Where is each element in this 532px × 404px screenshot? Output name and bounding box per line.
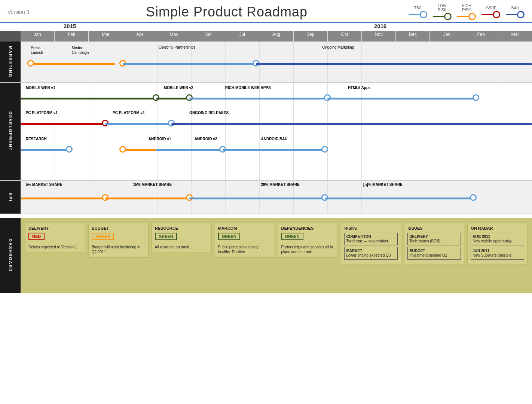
development-content: MOBILE WEB v1 MOBILE WEB v2 RICH MOBILE … xyxy=(21,83,532,180)
bar-5pct xyxy=(21,198,105,199)
bar-npct xyxy=(325,198,473,199)
chart-area: 2015 2016 Jan Feb Mar Apr May Jun Jul Au… xyxy=(0,23,532,214)
label-android-bau: ANDROID BAU xyxy=(261,137,287,141)
label-ongoing-marketing: Ongoing Marketing xyxy=(322,45,354,49)
legend-issue: ISSUE xyxy=(481,6,500,18)
dash-onradar-title: ON RADAR xyxy=(471,226,524,230)
dash-budget: BUDGET AMBER Budget will need bolstering… xyxy=(88,223,149,258)
dash-risks-sub1-title: COMPETITOR xyxy=(346,235,396,239)
label-npct: [n]% MARKET SHARE xyxy=(363,183,403,187)
bar-marketing-1 xyxy=(31,63,115,65)
dash-delivery-status-wrap: RED xyxy=(28,233,82,242)
dash-resource-text: All resource on track. xyxy=(155,245,208,250)
month-sep: Sep xyxy=(293,31,327,42)
dash-dependencies-status: GREEN xyxy=(281,233,303,240)
legend-issue-line xyxy=(481,14,493,15)
month-mar2016: Mar xyxy=(498,31,532,42)
label-html5-apps: HTML5 Apps xyxy=(348,86,371,90)
dash-marcom-title: MARCOM xyxy=(218,226,272,230)
dash-marcom-text: Public perception is very healthy. Posit… xyxy=(218,245,272,254)
node-npct xyxy=(470,194,477,201)
month-apr: Apr xyxy=(123,31,157,42)
version-label: Version 3 xyxy=(7,9,45,15)
dashboard-content: DELIVERY RED Delays expected to Version … xyxy=(21,218,532,293)
label-pc-v2: PC PLATFORM v2 xyxy=(113,111,144,115)
dash-budget-title: BUDGET xyxy=(92,226,145,230)
dash-delivery-title: DELIVERY xyxy=(28,226,82,230)
dash-risks-sub-2: MARKET Lower pricing expected Q3 xyxy=(344,247,398,260)
bar-rich-mobile xyxy=(189,98,327,100)
month-aug: Aug xyxy=(259,31,293,42)
dash-issues-sub-2: BUDGET Investment needed Q2 xyxy=(407,247,461,260)
marketing-grid xyxy=(21,42,532,82)
month-dec: Dec xyxy=(395,31,429,42)
month-may: May xyxy=(157,31,191,42)
label-press-launch: PressLaunch xyxy=(31,45,43,55)
bar-android-v1 xyxy=(123,149,156,151)
label-mobile-web-v2: MOBILE WEB v2 xyxy=(164,86,193,90)
header: Version 3 Simple Product Roadmap TBC LOW… xyxy=(0,0,532,23)
dash-issues: ISSUES DELIVERY Tech issues (BOB) BUDGET… xyxy=(404,223,464,265)
month-jul: Jul xyxy=(225,31,259,42)
label-android-v1: ANDROID v1 xyxy=(149,137,171,141)
legend-bau-line xyxy=(506,14,517,15)
dash-onradar-sub2-text: New Suppliers possible. xyxy=(473,253,522,258)
bar-html5 xyxy=(327,98,476,100)
dash-dependencies-text: Partnerships and services all in place a… xyxy=(281,245,335,254)
node-press-launch xyxy=(27,60,34,67)
month-oct: Oct xyxy=(327,31,361,42)
legend-tbc: TBC xyxy=(409,6,427,18)
label-15pct: 15% MARKET SHARE xyxy=(133,183,172,187)
marketing-content: PressLaunch MediaCampaign Celebrity Part… xyxy=(21,42,532,82)
label-5pct: 5% MARKET SHARE xyxy=(26,183,62,187)
bar-marketing-3 xyxy=(256,63,532,65)
dash-issues-sub1-text: Tech issues (BOB) xyxy=(409,239,459,244)
month-jan: Jan xyxy=(21,31,54,42)
dash-risks-sub2-text: Lower pricing expected Q3 xyxy=(346,253,396,258)
year-2016: 2016 xyxy=(374,23,386,29)
dash-budget-text: Budget will need bolstering in Q2 2011 xyxy=(92,245,145,254)
legend: TBC LOWRISK HIGHRISK ISSUE xyxy=(409,4,525,20)
node-android-v1 xyxy=(119,146,126,153)
bar-mobile-web-v1 xyxy=(21,98,156,100)
dash-onradar-sub-1: AUG 2011 New mobile opportunity xyxy=(471,233,524,245)
bar-research xyxy=(21,149,69,151)
dash-issues-sub2-text: Investment needed Q2 xyxy=(409,253,459,258)
legend-tbc-line xyxy=(409,14,420,15)
dash-issues-sub1-title: DELIVERY xyxy=(409,235,459,239)
label-mobile-web-v1: MOBILE WEB v1 xyxy=(26,86,55,90)
dash-delivery-text: Delays expected to Version 1 xyxy=(28,245,82,250)
node-android-bau xyxy=(321,146,328,153)
dash-risks-sub1-text: Tyrell corp – new product. xyxy=(346,239,396,244)
dash-onradar: ON RADAR AUG 2011 New mobile opportunity… xyxy=(467,223,528,265)
dash-onradar-sub1-title: AUG 2011 xyxy=(473,235,522,239)
marketing-section: MARKETING PressLaunch MediaCampaign Cele… xyxy=(0,42,532,83)
dashboard-label: DASHBOARD xyxy=(0,218,21,293)
dash-marcom-status: GREEN xyxy=(218,233,240,240)
dash-onradar-sub1-text: New mobile opportunity xyxy=(473,239,522,244)
dash-dependencies-status-wrap: GREEN xyxy=(281,233,335,242)
kpi-section: KPI 5% MARKET SHARE 15% MARKET SHARE 28%… xyxy=(0,181,532,214)
month-feb2016: Feb xyxy=(464,31,498,42)
bar-28pct xyxy=(189,198,325,199)
node-html5 xyxy=(473,94,479,101)
dash-risks-sub-1: COMPETITOR Tyrell corp – new product. xyxy=(344,233,398,245)
label-android-v2: ANDROID v2 xyxy=(195,137,217,141)
dash-marcom: MARCOM GREEN Public perception is very h… xyxy=(215,223,275,258)
year-2015: 2015 xyxy=(64,23,76,29)
legend-highrisk-line xyxy=(457,16,468,17)
label-research: RESEARCH xyxy=(26,137,47,141)
dev-grid xyxy=(21,83,532,180)
node-research xyxy=(66,146,73,153)
dash-delivery-status: RED xyxy=(28,233,45,240)
dash-dependencies: DEPENDENCIES GREEN Partnerships and serv… xyxy=(278,223,338,258)
month-feb: Feb xyxy=(54,31,88,42)
month-jan2016: Jan xyxy=(429,31,464,42)
bar-ongoing-releases xyxy=(171,123,532,125)
month-mar: Mar xyxy=(88,31,122,42)
legend-lowrisk-dot xyxy=(444,13,452,20)
dashboard-section: DASHBOARD DELIVERY RED Delays expected t… xyxy=(0,218,532,293)
marketing-label: MARKETING xyxy=(0,42,21,82)
dash-budget-status: AMBER xyxy=(92,233,114,240)
month-header-spacer xyxy=(0,31,21,42)
